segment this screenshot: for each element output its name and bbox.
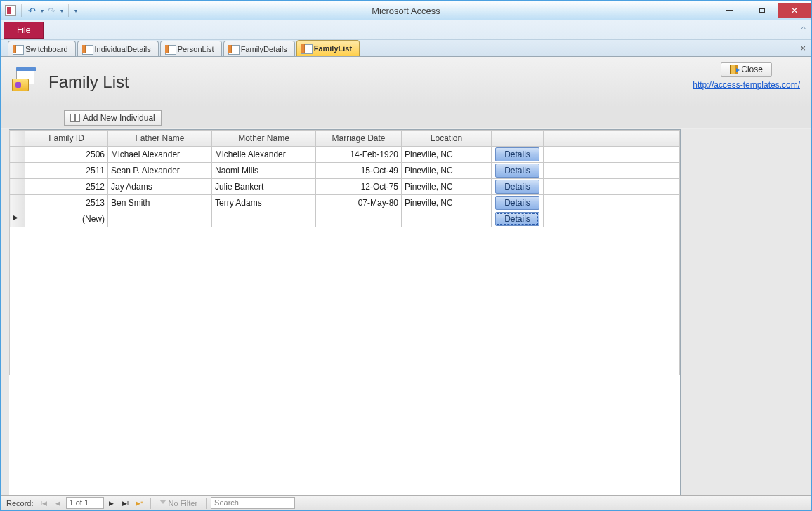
door-exit-icon <box>730 65 738 74</box>
form-header: Family List Close http://access-template… <box>1 57 811 107</box>
undo-dropdown[interactable]: ▾ <box>40 8 44 14</box>
cell-family-id[interactable]: 2511 <box>25 163 108 179</box>
redo-button[interactable]: ↷ <box>46 6 57 16</box>
new-row: (New) Details <box>10 211 680 227</box>
close-label: Close <box>741 65 763 74</box>
close-form-button[interactable]: Close <box>721 62 772 77</box>
cell-family-id[interactable]: 2513 <box>25 195 108 211</box>
window-close-button[interactable] <box>778 3 811 18</box>
details-button[interactable]: Details <box>495 212 539 226</box>
ribbon-collapse-icon[interactable]: ⌵ <box>801 25 806 34</box>
row-selector[interactable] <box>10 195 25 211</box>
col-filler <box>544 131 680 147</box>
last-record-button[interactable]: ▶I <box>119 497 132 510</box>
cell-empty[interactable] <box>402 211 492 227</box>
record-position[interactable]: 1 of 1 <box>66 497 104 509</box>
col-father-name[interactable]: Father Name <box>108 131 212 147</box>
cell-family-id[interactable]: 2512 <box>25 179 108 195</box>
row-selector[interactable] <box>10 179 25 195</box>
add-label: Add New Individual <box>83 113 155 123</box>
window-buttons <box>713 3 811 18</box>
cell-father[interactable]: Ben Smith <box>108 195 212 211</box>
header-row: Family ID Father Name Mother Name Marria… <box>10 131 680 147</box>
form-icon <box>13 45 22 53</box>
cell-location[interactable]: Pineville, NC <box>402 195 492 211</box>
row-selector-current[interactable] <box>10 211 25 227</box>
cell-mother[interactable]: Naomi Mills <box>212 163 316 179</box>
details-button[interactable]: Details <box>495 180 539 194</box>
cell-father[interactable]: Michael Alexander <box>108 147 212 163</box>
cell-father[interactable]: Jay Adams <box>108 179 212 195</box>
form-title: Family List <box>48 72 129 92</box>
col-mother-name[interactable]: Mother Name <box>212 131 316 147</box>
cell-location[interactable]: Pineville, NC <box>402 179 492 195</box>
template-link[interactable]: http://access-templates.com/ <box>693 80 800 90</box>
cell-location[interactable]: Pineville, NC <box>402 163 492 179</box>
first-record-button[interactable]: I◀ <box>38 497 51 510</box>
cell-family-id[interactable]: 2506 <box>25 147 108 163</box>
cell-mother[interactable]: Julie Bankert <box>212 179 316 195</box>
book-icon <box>70 114 80 122</box>
cell-filler <box>544 211 680 227</box>
redo-dropdown[interactable]: ▾ <box>60 8 63 14</box>
details-button[interactable]: Details <box>495 196 539 210</box>
datasheet: Family ID Father Name Mother Name Marria… <box>9 129 681 495</box>
tab-personlist[interactable]: PersonList <box>160 41 222 56</box>
cell-empty[interactable] <box>108 211 212 227</box>
col-location[interactable]: Location <box>402 131 492 147</box>
tab-label: Switchboard <box>25 45 68 53</box>
separator <box>21 4 22 17</box>
cell-mother[interactable]: Michelle Alexander <box>212 147 316 163</box>
cell-father[interactable]: Sean P. Alexander <box>108 163 212 179</box>
col-marriage-date[interactable]: Marriage Date <box>316 131 402 147</box>
file-tab[interactable]: File <box>4 22 44 39</box>
tab-label: PersonList <box>178 45 214 53</box>
qat-customize[interactable]: ▾ <box>74 8 77 14</box>
cell-filler <box>544 179 680 195</box>
toolbar-row: Add New Individual <box>1 107 811 128</box>
cell-new-label[interactable]: (New) <box>25 211 108 227</box>
tab-switchboard[interactable]: Switchboard <box>8 41 76 56</box>
col-family-id[interactable]: Family ID <box>25 131 108 147</box>
details-button[interactable]: Details <box>495 164 539 178</box>
cell-date[interactable]: 07-May-80 <box>316 195 402 211</box>
row-selector[interactable] <box>10 147 25 163</box>
tab-close-button[interactable]: × <box>800 43 806 53</box>
cell-location[interactable]: Pineville, NC <box>402 147 492 163</box>
row-selector[interactable] <box>10 163 25 179</box>
undo-button[interactable]: ↶ <box>27 6 37 16</box>
cell-empty[interactable] <box>212 211 316 227</box>
ribbon-row: File ⌵ <box>1 20 811 40</box>
cell-date[interactable]: 12-Oct-75 <box>316 179 402 195</box>
new-record-button[interactable]: ▶* <box>133 497 146 510</box>
cell-date[interactable]: 15-Oct-49 <box>316 163 402 179</box>
tab-individualdetails[interactable]: IndividualDetails <box>77 41 159 56</box>
datasheet-wrap: Family ID Father Name Mother Name Marria… <box>1 129 811 495</box>
form-icon <box>228 45 238 53</box>
col-details <box>492 131 544 147</box>
search-box[interactable]: Search <box>211 497 295 509</box>
funnel-icon <box>159 500 166 507</box>
cell-date[interactable]: 14-Feb-1920 <box>316 147 402 163</box>
row-selector-header[interactable] <box>10 131 25 147</box>
details-button[interactable]: Details <box>495 147 539 161</box>
minimize-button[interactable] <box>713 3 745 18</box>
cell-mother[interactable]: Terry Adams <box>212 195 316 211</box>
tab-familylist[interactable]: FamilyList <box>296 40 360 56</box>
next-record-button[interactable]: ▶ <box>105 497 118 510</box>
no-filter-label: No Filter <box>169 499 198 507</box>
window-title: Microsoft Access <box>1 6 811 16</box>
maximize-button[interactable] <box>745 3 778 18</box>
add-individual-button[interactable]: Add New Individual <box>64 110 162 126</box>
cell-empty[interactable] <box>316 211 402 227</box>
record-navigator: Record: I◀ ◀ 1 of 1 ▶ ▶I ▶* No Filter Se… <box>1 495 811 510</box>
quick-access-toolbar: ↶▾ ↷▾ ▾ <box>1 4 77 17</box>
no-filter-indicator[interactable]: No Filter <box>155 499 202 507</box>
cell-filler <box>544 147 680 163</box>
form-icon <box>165 45 175 53</box>
app-icon <box>5 5 16 16</box>
separator <box>150 498 151 509</box>
cell-details: Details <box>492 179 544 195</box>
prev-record-button[interactable]: ◀ <box>52 497 65 510</box>
tab-familydetails[interactable]: FamilyDetails <box>223 41 295 56</box>
